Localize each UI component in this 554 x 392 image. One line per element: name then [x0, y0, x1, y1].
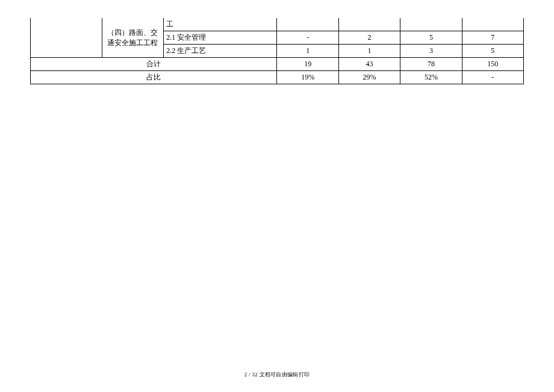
data-cell: 5: [400, 31, 462, 45]
document-page: （四）路面、交通安全施工工程 工 2.1 安全管理 - 2 5 7 2.2 生产…: [0, 0, 554, 84]
data-cell: 19: [277, 58, 338, 71]
data-cell: 52%: [400, 71, 462, 84]
table-row-total: 合计 19 43 78 150: [31, 58, 524, 71]
data-cell: 43: [338, 58, 400, 71]
data-cell: [462, 18, 523, 31]
total-label: 合计: [31, 58, 277, 71]
table-row: （四）路面、交通安全施工工程 工: [31, 18, 524, 31]
sub-label: 2.2 生产工艺: [164, 45, 277, 58]
data-cell: 3: [400, 45, 462, 58]
group-label: （四）路面、交通安全施工工程: [102, 18, 163, 58]
data-cell: 1: [338, 45, 400, 58]
data-cell: 5: [462, 45, 523, 58]
data-cell: 7: [462, 31, 523, 45]
sub-label: 工: [164, 18, 277, 31]
data-cell: [400, 18, 462, 31]
data-cell: 78: [400, 58, 462, 71]
data-table: （四）路面、交通安全施工工程 工 2.1 安全管理 - 2 5 7 2.2 生产…: [30, 18, 524, 84]
data-cell: [338, 18, 400, 31]
data-cell: 2: [338, 31, 400, 45]
sub-label: 2.1 安全管理: [164, 31, 277, 45]
page-footer: 2 / 32 文档可自由编辑打印: [0, 371, 554, 379]
data-cell: 150: [462, 58, 523, 71]
data-cell: 29%: [338, 71, 400, 84]
group-cell-a: [31, 18, 102, 58]
data-cell: [277, 18, 338, 31]
data-cell: 19%: [277, 71, 338, 84]
ratio-label: 占比: [31, 71, 277, 84]
data-cell: -: [462, 71, 523, 84]
data-cell: -: [277, 31, 338, 45]
data-cell: 1: [277, 45, 338, 58]
table-row-ratio: 占比 19% 29% 52% -: [31, 71, 524, 84]
